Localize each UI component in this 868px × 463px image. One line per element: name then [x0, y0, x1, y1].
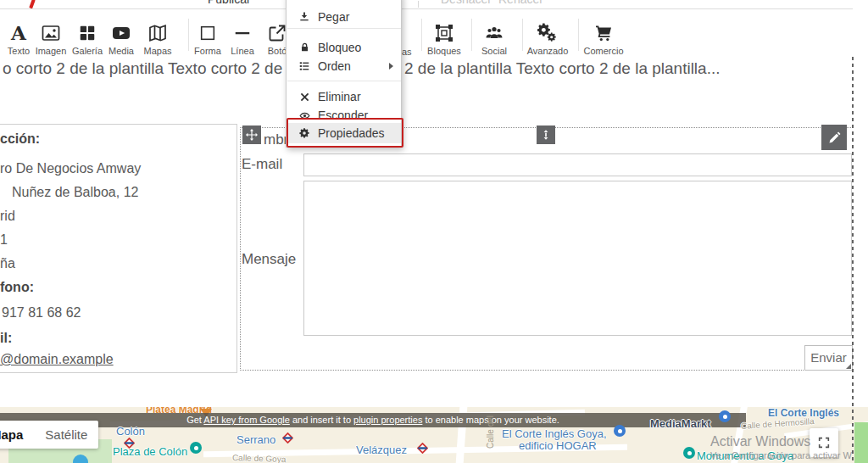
map-park [854, 422, 868, 463]
menu-separator [287, 28, 401, 29]
address-line: rid [0, 209, 15, 224]
map-label-corte-goya-line1: El Corte Inglés Goya, [502, 427, 607, 440]
address-line: ro De Negocios Amway [0, 161, 141, 176]
toolbar-top-border [0, 8, 853, 9]
address-line: Nuñez de Balboa, 12 [12, 185, 138, 200]
redo-button[interactable]: Rehacer [498, 0, 543, 6]
cart-icon [571, 22, 636, 43]
submenu-arrow-icon [389, 63, 393, 70]
map-pin-mediamarkt-icon [719, 410, 731, 422]
close-icon [298, 90, 311, 103]
satellite-button[interactable]: Satélite [34, 427, 98, 442]
name-field-label: mbr [264, 131, 288, 148]
gears-icon [515, 22, 580, 43]
canvas-heading-right: 2 de la plantilla Texto corto 2 de la pl… [404, 59, 721, 78]
map-pin-plaza-colon-icon [190, 442, 202, 454]
editor-window: Publicar Vista previa Deshacer Rehacer A… [0, 0, 868, 463]
map-label-plaza-colon: Plaza de Colón [113, 445, 187, 458]
menu-item-bloqueo[interactable]: Bloqueo [287, 38, 401, 57]
menu-item-pegar[interactable]: Pegar [287, 8, 401, 26]
lock-icon [298, 41, 311, 54]
metro-icon [282, 432, 293, 443]
menu-item-eliminar[interactable]: Eliminar [287, 87, 401, 106]
reorder-handle[interactable] [537, 126, 555, 144]
email-link[interactable]: @domain.example [0, 352, 114, 367]
submit-button[interactable]: Enviar [804, 345, 853, 371]
undo-button[interactable]: Deshacer [441, 0, 492, 6]
address-label: cción: [0, 131, 40, 147]
toolbar-item-hidden-label[interactable]: as [402, 47, 412, 57]
address-line: 1 [0, 232, 8, 248]
topbar-divider [418, 1, 419, 8]
app-topbar: Publicar Vista previa Deshacer Rehacer [0, 0, 868, 8]
up-down-icon [540, 128, 552, 142]
map-button[interactable]: Mapa [0, 427, 34, 442]
map-embed[interactable]: Platea Madrid Get API key from Google an… [0, 407, 868, 463]
toolbar-item-avanzado[interactable]: Avanzado [515, 22, 580, 56]
plugin-properties-link[interactable]: plugin properties [353, 415, 422, 425]
list-icon [298, 59, 311, 73]
message-field-label: Mensaje [242, 251, 296, 268]
activation-watermark-line2: Ve a Configuración para activar W [710, 450, 852, 460]
map-label-colon: Colón [116, 425, 145, 438]
menu-item-orden[interactable]: Orden [287, 57, 401, 75]
edit-handle[interactable] [821, 125, 847, 150]
email-input[interactable] [303, 153, 852, 176]
activation-watermark-line1: Activar Windows [710, 434, 810, 449]
email-field-label: E-mail [242, 156, 282, 173]
map-label-velazquez: Velázquez [356, 443, 407, 456]
highlight-annotation-box [287, 118, 403, 148]
map-street-vertical: Calle del [486, 416, 495, 449]
address-line: ña [0, 256, 15, 271]
metro-icon [417, 443, 428, 454]
api-key-notice: Get API key from Google and insert it to… [0, 413, 746, 427]
move-icon [245, 128, 259, 142]
map-label-corte-ingles: El Corte Inglés [768, 407, 839, 419]
message-textarea[interactable] [303, 181, 852, 336]
map-type-control: Mapa Satélite [0, 421, 98, 449]
email-label: il: [0, 331, 12, 346]
page-boundary-dashed-line [852, 57, 854, 463]
canvas-heading-left: o corto 2 de la plantilla Texto corto 2 … [3, 59, 284, 78]
map-street-goya: Calle de Goya [232, 453, 287, 463]
map-pin-monumento-icon [683, 447, 695, 459]
menu-separator [287, 81, 401, 81]
publish-button[interactable]: Publicar [208, 0, 251, 6]
api-key-link[interactable]: API key from Google [203, 415, 290, 425]
phone-label: fono: [0, 280, 34, 295]
fullscreen-icon [817, 436, 831, 449]
map-label-mediamarkt: MediaMarkt [650, 417, 711, 430]
pencil-icon [827, 131, 842, 145]
map-pin-corte-goya-icon [614, 425, 626, 437]
map-label-corte-goya-line2: edificio HOGAR [519, 439, 597, 452]
toolbar-item-comercio[interactable]: Comercio [571, 22, 636, 56]
phone-value: 917 81 68 62 [2, 305, 81, 321]
move-handle[interactable] [242, 126, 261, 144]
map-label-serrano: Serrano [236, 433, 275, 446]
paste-icon [298, 10, 311, 24]
